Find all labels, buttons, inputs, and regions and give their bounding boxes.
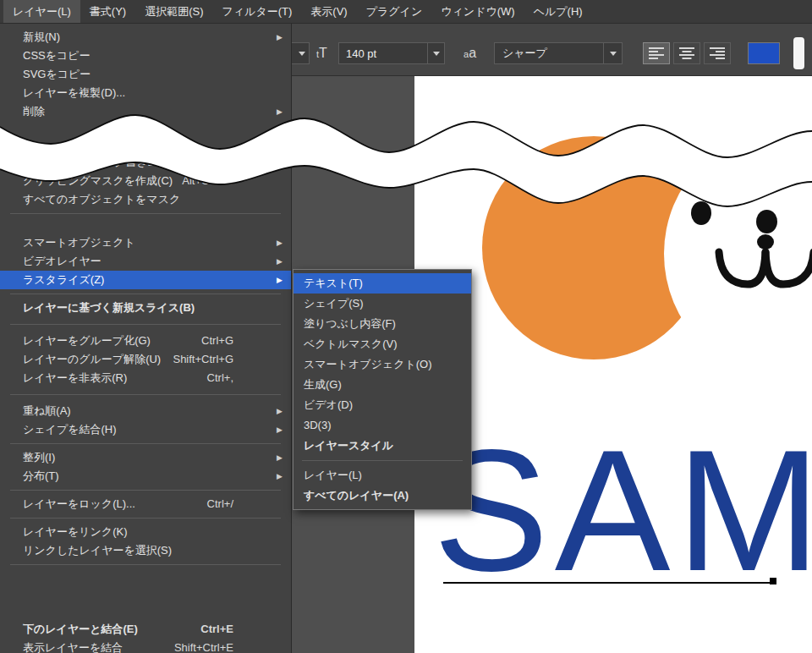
menuitem-merge-visible[interactable]: 表示レイヤーを結合Shift+Ctrl+E — [0, 639, 291, 653]
menuitem-delete[interactable]: 削除▶ — [0, 102, 291, 121]
submenu-arrow-icon: ▶ — [277, 252, 283, 271]
submenuitem-all-layers[interactable]: すべてのレイヤー(A) — [294, 486, 471, 506]
submenu-arrow-icon: ▶ — [277, 467, 283, 486]
menu-type[interactable]: 書式(Y) — [80, 0, 135, 23]
canvas[interactable]: SAM — [414, 76, 812, 653]
sample-text: SAM — [433, 423, 812, 596]
menuitem-new-layer-based-slice[interactable]: レイヤーに基づく新規スライス(B) — [0, 299, 291, 317]
menuitem-arrange[interactable]: 重ね順(A)▶ — [0, 402, 291, 420]
menuitem-rasterize[interactable]: ラスタライズ(Z)▶ — [0, 271, 291, 289]
chevron-down-icon — [610, 52, 617, 56]
anti-alias-icon: aa — [464, 46, 476, 61]
chevron-down-icon — [433, 52, 440, 56]
menuitem-duplicate-layer[interactable]: レイヤーを複製(D)... — [0, 84, 291, 102]
menu-gap — [0, 218, 291, 233]
menu-help[interactable]: ヘルプ(H) — [524, 0, 592, 23]
submenu-arrow-icon: ▶ — [277, 102, 283, 121]
menuitem-hide-layers[interactable]: レイヤーを非表示(R)Ctrl+, — [0, 369, 291, 387]
photoshop-window: レイヤー(L) 書式(Y) 選択範囲(S) フィルター(T) 表示(V) プラグ… — [0, 0, 812, 653]
align-center-icon — [679, 47, 694, 60]
submenuitem-layer-style[interactable]: レイヤースタイル — [294, 436, 471, 456]
menuitem-lock-layers[interactable]: レイヤーをロック(L)...Ctrl+/ — [0, 495, 291, 513]
menu-separator — [10, 564, 281, 565]
anti-alias-dropdown-button[interactable] — [603, 43, 622, 63]
menu-separator — [10, 213, 281, 214]
submenuitem-vector-mask[interactable]: ベクトルマスク(V) — [294, 334, 471, 354]
font-size-dropdown-button[interactable] — [427, 43, 444, 63]
menu-plugins[interactable]: プラグイン — [357, 0, 432, 23]
menuitem-group-layers[interactable]: レイヤーをグループ化(G)Ctrl+G — [0, 332, 291, 350]
menu-layer[interactable]: レイヤー(L) — [3, 0, 80, 23]
submenu-arrow-icon: ▶ — [277, 233, 283, 252]
menu-filter[interactable]: フィルター(T) — [213, 0, 302, 23]
menu-view[interactable]: 表示(V) — [301, 0, 356, 23]
menu-gap — [0, 569, 291, 620]
menuitem-ungroup-layers[interactable]: レイヤーのグループ解除(U)Shift+Ctrl+G — [0, 350, 291, 369]
menuitem-align[interactable]: 整列(I)▶ — [0, 448, 291, 467]
font-size-field[interactable]: 140 pt — [338, 42, 445, 64]
chevron-down-icon — [299, 52, 305, 56]
submenu-arrow-icon: ▶ — [277, 448, 283, 467]
submenuitem-fill-content[interactable]: 塗りつぶし内容(F) — [294, 314, 471, 334]
menuitem-merge-down[interactable]: 下のレイヤーと結合(E)Ctrl+E — [0, 620, 291, 639]
submenuitem-shape[interactable]: シェイプ(S) — [294, 294, 471, 314]
menu-gap — [0, 121, 291, 153]
menuitem-copy-svg[interactable]: SVGをコピー — [0, 65, 291, 84]
submenuitem-generative[interactable]: 生成(G) — [294, 375, 471, 395]
align-right-button[interactable] — [704, 42, 731, 64]
submenu-arrow-icon: ▶ — [277, 28, 283, 47]
lion-eye-left — [691, 201, 711, 225]
menu-separator — [10, 394, 281, 395]
menuitem-new[interactable]: 新規(N)▶ — [0, 28, 291, 47]
menuitem-copy-css[interactable]: CSSをコピー — [0, 47, 291, 65]
submenu-arrow-icon: ▶ — [277, 402, 283, 420]
menuitem-link-layers[interactable]: レイヤーをリンク(K) — [0, 523, 291, 541]
menu-separator — [10, 324, 281, 325]
text-align-group — [643, 42, 731, 64]
menu-separator — [10, 443, 281, 444]
menuitem-smart-object[interactable]: スマートオブジェクト▶ — [0, 233, 291, 252]
menu-select[interactable]: 選択範囲(S) — [135, 0, 212, 23]
menuitem-combine-shapes[interactable]: シェイプを結合(H)▶ — [0, 420, 291, 439]
menuitem-select-linked-layers[interactable]: リンクしたレイヤーを選択(S) — [0, 541, 291, 560]
menu-separator — [10, 518, 281, 519]
menu-separator — [10, 294, 281, 294]
text-color-swatch[interactable] — [748, 42, 780, 64]
submenu-arrow-icon: ▶ — [277, 420, 283, 439]
layer-menu: 新規(N)▶ CSSをコピー SVGをコピー レイヤーを複製(D)... 削除▶… — [0, 24, 292, 653]
align-left-icon — [649, 47, 664, 60]
menuitem-quick-export-png[interactable]: PNGとしてクイック書き出し — [0, 153, 291, 172]
menu-separator — [302, 460, 463, 461]
submenuitem-layer[interactable]: レイヤー(L) — [294, 465, 471, 486]
rasterize-submenu: テキスト(T) シェイプ(S) 塗りつぶし内容(F) ベクトルマスク(V) スマ… — [293, 269, 472, 510]
toolbar-divider — [793, 37, 804, 69]
submenuitem-3d[interactable]: 3D(3) — [294, 415, 471, 436]
menu-separator — [10, 490, 281, 491]
baseline-handle[interactable] — [770, 578, 776, 584]
menuitem-create-clipping-mask[interactable]: クリッピングマスクを作成(C)Alt+Ctrl+G — [0, 172, 291, 190]
submenu-arrow-icon: ▶ — [277, 271, 283, 289]
submenuitem-video[interactable]: ビデオ(D) — [294, 395, 471, 415]
menuitem-distribute[interactable]: 分布(T)▶ — [0, 467, 291, 486]
menuitem-mask-all-objects[interactable]: すべてのオブジェクトをマスク — [0, 190, 291, 209]
anti-alias-dropdown[interactable]: シャープ — [494, 42, 623, 64]
align-left-button[interactable] — [643, 42, 670, 64]
menuitem-video-layer[interactable]: ビデオレイヤー▶ — [0, 252, 291, 271]
submenuitem-text[interactable]: テキスト(T) — [294, 273, 471, 294]
align-right-icon — [710, 47, 725, 60]
align-center-button[interactable] — [673, 42, 700, 64]
lion-mouth — [702, 228, 812, 296]
font-size-icon: tT — [316, 46, 327, 61]
menubar: レイヤー(L) 書式(Y) 選択範囲(S) フィルター(T) 表示(V) プラグ… — [0, 0, 812, 24]
submenuitem-smart-object[interactable]: スマートオブジェクト(O) — [294, 354, 471, 375]
text-baseline — [443, 582, 771, 584]
menu-window[interactable]: ウィンドウ(W) — [431, 0, 524, 23]
